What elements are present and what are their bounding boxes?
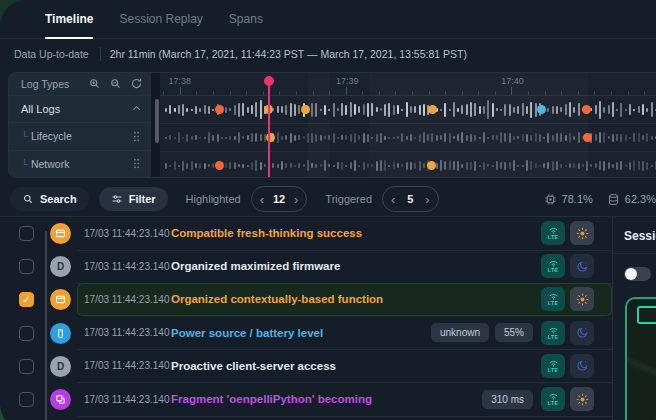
- table-row[interactable]: 17/03 11:44:23.140 Fragment 'oenpelliPyt…: [0, 383, 612, 416]
- event-marker[interactable]: [301, 105, 310, 114]
- waveform-all-logs[interactable]: [160, 96, 656, 124]
- divider: [100, 47, 101, 61]
- log-type-icon: [50, 323, 71, 344]
- sun-button[interactable]: [570, 287, 594, 311]
- lte-button[interactable]: LTE: [541, 287, 565, 311]
- sun-button[interactable]: [570, 221, 594, 245]
- row-checkbox[interactable]: [19, 292, 34, 307]
- chevron-left-icon[interactable]: ‹: [260, 193, 264, 206]
- table-row[interactable]: 17/03 11:44:23.140 Power source / batter…: [0, 317, 612, 350]
- row-checkbox[interactable]: [19, 359, 34, 374]
- wifi-icon: [548, 292, 559, 300]
- filter-icon: [111, 193, 123, 205]
- moon-button[interactable]: [570, 354, 594, 378]
- search-label: Search: [40, 193, 77, 205]
- log-types-panel: Log Types All Logs Lifecycle: [9, 73, 160, 177]
- chevron-right-icon[interactable]: ›: [425, 193, 429, 206]
- log-type-row-all-logs[interactable]: All Logs: [9, 96, 151, 123]
- log-message: Organized maximized firmware: [171, 260, 533, 272]
- cpu-icon: [544, 193, 557, 206]
- sun-icon: [576, 227, 589, 240]
- lte-button[interactable]: LTE: [541, 221, 565, 245]
- session-panel-title: Session: [613, 217, 656, 254]
- log-message: Fragment 'oenpelliPython' becoming: [171, 393, 482, 405]
- log-list: 17/03 11:44:23.140 Compatible fresh-thin…: [0, 217, 612, 420]
- log-message: Power source / battery level: [171, 327, 431, 339]
- badge-group: 310 ms: [482, 390, 533, 409]
- wifi-icon: [548, 226, 559, 234]
- tab-timeline[interactable]: Timeline: [45, 0, 93, 38]
- tab-session-replay[interactable]: Session Replay: [119, 0, 202, 38]
- log-type-row-lifecycle[interactable]: Lifecycle: [9, 123, 151, 150]
- ruler-label: 17:39: [336, 76, 359, 86]
- refresh-icon[interactable]: [130, 77, 143, 90]
- moon-button[interactable]: [570, 254, 594, 278]
- table-row[interactable]: D 17/03 11:44:23.140 Organized maximized…: [0, 250, 612, 283]
- table-row[interactable]: 17/03 11:44:23.140 Compatible fresh-thin…: [0, 217, 612, 250]
- row-checkbox[interactable]: [19, 259, 34, 274]
- table-row[interactable]: D 17/03 11:44:23.140 Proactive client-se…: [0, 350, 612, 383]
- memory-usage: 62.3%: [607, 193, 656, 206]
- value-badge: 310 ms: [482, 390, 533, 409]
- chevron-left-icon[interactable]: ‹: [391, 193, 395, 206]
- sun-button[interactable]: [570, 387, 594, 411]
- list-toolbar: Search Filter Highlighted ‹ 12 › Trigger…: [0, 182, 656, 216]
- filter-button[interactable]: Filter: [99, 187, 168, 211]
- event-marker[interactable]: [537, 105, 546, 114]
- log-message: Organized contextually-based function: [171, 293, 533, 305]
- waveform-lifecycle[interactable]: [160, 124, 656, 152]
- memory-usage-value: 62.3%: [625, 193, 656, 205]
- data-up-to-date-label: Data Up-to-date: [14, 48, 89, 60]
- cpu-usage: 78.1%: [544, 193, 593, 206]
- highlighted-stepper: ‹ 12 ›: [251, 186, 308, 212]
- ruler-label: 17:38: [168, 76, 191, 86]
- row-checkbox[interactable]: [19, 226, 34, 241]
- chevron-up-icon[interactable]: [130, 102, 143, 115]
- app-card: Timeline Session Replay Spans Data Up-to…: [0, 0, 656, 420]
- session-toggle[interactable]: [624, 267, 651, 281]
- waveform-network[interactable]: [160, 152, 656, 178]
- table-row[interactable]: 17/03 11:44:23.140 Organized contextuall…: [0, 283, 612, 316]
- log-message: Proactive client-server access: [171, 360, 533, 372]
- value-badge: 55%: [495, 323, 533, 342]
- log-timestamp: 17/03 11:44:23.140: [84, 394, 171, 405]
- search-button[interactable]: Search: [10, 187, 89, 211]
- triggered-count: 5: [402, 193, 418, 205]
- highlighted-count: 12: [271, 193, 287, 205]
- wifi-icon: [548, 259, 559, 267]
- badge-group: unknown55%: [431, 323, 533, 342]
- log-timestamp: 17/03 11:44:23.140: [84, 228, 171, 239]
- chevron-right-icon[interactable]: ›: [294, 193, 298, 206]
- triggered-stepper: ‹ 5 ›: [382, 186, 439, 212]
- log-type-row-network[interactable]: Network: [9, 151, 151, 177]
- lte-button[interactable]: LTE: [541, 321, 565, 345]
- playhead[interactable]: [268, 81, 270, 177]
- drag-handle-icon[interactable]: [130, 130, 143, 143]
- log-types-title: Log Types: [21, 78, 80, 90]
- log-type-icon: D: [50, 356, 71, 377]
- lte-button[interactable]: LTE: [541, 354, 565, 378]
- moon-button[interactable]: [570, 321, 594, 345]
- drag-handle-icon[interactable]: [130, 157, 143, 170]
- panel-scrollbar[interactable]: [155, 99, 159, 143]
- zoom-out-icon[interactable]: [109, 77, 122, 90]
- session-map[interactable]: [625, 297, 656, 420]
- lifecycle-label: Lifecycle: [21, 130, 130, 142]
- event-marker[interactable]: [582, 105, 591, 114]
- triggered-label: Triggered: [325, 193, 372, 205]
- search-icon: [22, 193, 34, 205]
- event-marker[interactable]: [583, 133, 592, 142]
- zoom-in-icon[interactable]: [88, 77, 101, 90]
- lte-button[interactable]: LTE: [541, 254, 565, 278]
- moon-icon: [576, 326, 589, 339]
- wifi-icon: [548, 392, 559, 400]
- sun-icon: [576, 393, 589, 406]
- row-checkbox[interactable]: [19, 392, 34, 407]
- tab-spans[interactable]: Spans: [229, 0, 263, 38]
- lte-button[interactable]: LTE: [541, 387, 565, 411]
- session-panel: Session D: [612, 217, 656, 420]
- row-checkbox[interactable]: [19, 326, 34, 341]
- log-timestamp: 17/03 11:44:23.140: [84, 261, 171, 272]
- network-label: Network: [21, 158, 130, 170]
- sun-icon: [576, 293, 589, 306]
